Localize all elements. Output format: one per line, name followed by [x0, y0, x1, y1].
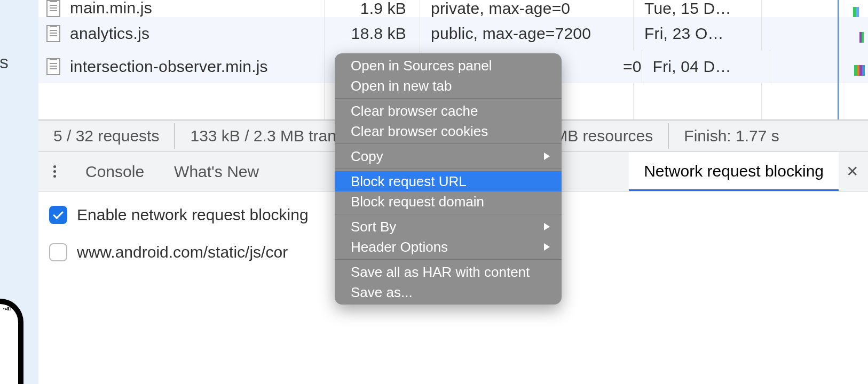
menu-copy[interactable]: Copy	[335, 146, 562, 166]
cell-waterfall	[770, 50, 868, 83]
cell-size: 1.9 kB	[324, 0, 420, 17]
table-row[interactable]: analytics.js 18.8 kB public, max-age=720…	[38, 17, 868, 50]
chevron-right-icon	[544, 153, 550, 160]
file-icon	[46, 58, 60, 75]
cell-waterfall	[762, 0, 868, 17]
status-finish: Finish: 1.77 s	[669, 123, 794, 149]
more-vert-icon	[53, 170, 56, 173]
device-status-icons: ▪▴◧	[3, 306, 11, 311]
menu-save-har[interactable]: Save all as HAR with content	[335, 262, 562, 282]
enable-blocking-label: Enable network request blocking	[77, 206, 309, 224]
tab-console[interactable]: Console	[70, 152, 159, 191]
check-icon	[53, 209, 64, 219]
cell-waterfall	[762, 17, 868, 50]
menu-block-url[interactable]: Block request URL	[335, 171, 562, 191]
table-row[interactable]: main.min.js 1.9 kB private, max-age=0 Tu…	[38, 0, 868, 17]
cell-cache: private, max-age=0	[420, 0, 634, 17]
menu-save-as[interactable]: Save as...	[335, 282, 562, 302]
enable-blocking-checkbox[interactable]	[49, 206, 67, 224]
cell-size: 18.8 kB	[324, 17, 420, 50]
cell-date: Fri, 23 O…	[634, 17, 762, 50]
cell-date: Tue, 15 D…	[634, 0, 762, 17]
menu-block-domain[interactable]: Block request domain	[335, 191, 562, 212]
chevron-right-icon	[544, 243, 550, 251]
file-icon	[46, 25, 60, 42]
menu-header-options[interactable]: Header Options	[335, 237, 562, 257]
cell-name: intersection-observer.min.js	[68, 58, 324, 76]
device-screen-corner: ▪▴◧	[0, 304, 18, 384]
drawer-more-button[interactable]	[38, 170, 70, 173]
pattern-text: www.android.com/static/js/cor	[77, 243, 288, 261]
status-requests: 5 / 32 requests	[38, 123, 175, 149]
file-icon	[46, 0, 60, 17]
menu-open-new-tab[interactable]: Open in new tab	[335, 76, 562, 96]
context-menu: Open in Sources panel Open in new tab Cl…	[335, 53, 562, 305]
menu-clear-cookies[interactable]: Clear browser cookies	[335, 121, 562, 141]
cell-cache: public, max-age=7200	[420, 17, 634, 50]
tab-network-request-blocking[interactable]: Network request blocking	[629, 152, 839, 191]
chevron-right-icon	[544, 223, 550, 230]
device-frame-corner: ▪▴◧	[0, 299, 23, 384]
menu-sort-by[interactable]: Sort By	[335, 217, 562, 237]
cell-name: analytics.js	[68, 25, 324, 43]
tab-whats-new[interactable]: What's New	[159, 152, 274, 191]
cell-name: main.min.js	[68, 0, 324, 17]
page-text-fragment: /s	[0, 52, 9, 73]
menu-clear-cache[interactable]: Clear browser cache	[335, 101, 562, 121]
close-icon[interactable]: ✕	[846, 163, 858, 180]
page-left-sliver: /s ▪▴◧	[0, 0, 38, 384]
menu-open-sources[interactable]: Open in Sources panel	[335, 55, 562, 76]
pattern-checkbox[interactable]	[49, 243, 67, 261]
cell-date: Fri, 04 D…	[642, 50, 770, 83]
